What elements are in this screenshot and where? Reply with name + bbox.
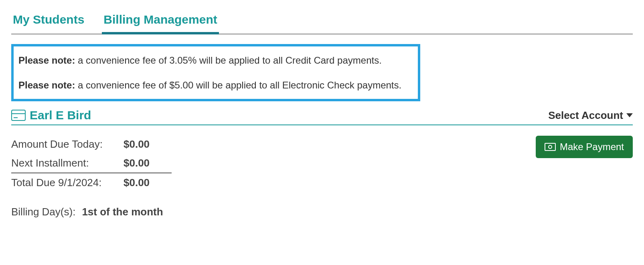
summary-table: Amount Due Today: $0.00 Next Installment… xyxy=(11,135,172,192)
notice-text: a convenience fee of 3.05% will be appli… xyxy=(75,55,381,66)
tab-my-students[interactable]: My Students xyxy=(11,8,86,34)
make-payment-button[interactable]: Make Payment xyxy=(536,136,633,158)
notice-prefix: Please note: xyxy=(18,55,75,66)
next-installment-row: Next Installment: $0.00 xyxy=(11,154,172,173)
tab-billing-management[interactable]: Billing Management xyxy=(102,8,219,34)
amount-due-today-label: Amount Due Today: xyxy=(11,138,124,151)
billing-days-row: Billing Day(s): 1st of the month xyxy=(11,206,172,218)
total-due-value: $0.00 xyxy=(124,177,150,189)
fee-notice-box: Please note: a convenience fee of 3.05% … xyxy=(11,44,420,101)
fee-notice-credit-card: Please note: a convenience fee of 3.05% … xyxy=(18,54,413,67)
svg-rect-3 xyxy=(545,143,555,151)
notice-prefix: Please note: xyxy=(18,80,75,90)
select-account-label: Select Account xyxy=(548,109,623,122)
account-header: Earl E Bird Select Account xyxy=(11,108,633,125)
select-account-dropdown[interactable]: Select Account xyxy=(548,109,633,122)
next-installment-label: Next Installment: xyxy=(11,157,124,169)
summary-section: Amount Due Today: $0.00 Next Installment… xyxy=(11,135,172,218)
credit-card-icon xyxy=(11,110,26,121)
account-name: Earl E Bird xyxy=(30,108,91,122)
svg-rect-0 xyxy=(12,110,25,120)
account-name-wrap: Earl E Bird xyxy=(11,108,91,122)
content-row: Amount Due Today: $0.00 Next Installment… xyxy=(11,135,633,218)
amount-due-today-row: Amount Due Today: $0.00 xyxy=(11,135,172,154)
tabs-bar: My Students Billing Management xyxy=(11,8,633,34)
billing-days-value: 1st of the month xyxy=(82,206,163,218)
next-installment-value: $0.00 xyxy=(124,157,150,169)
svg-point-4 xyxy=(549,145,552,149)
money-bill-icon xyxy=(545,143,556,151)
make-payment-label: Make Payment xyxy=(560,141,624,153)
amount-due-today-value: $0.00 xyxy=(124,138,150,151)
billing-days-label: Billing Day(s): xyxy=(11,206,75,218)
notice-text: a convenience fee of $5.00 will be appli… xyxy=(75,80,401,90)
caret-down-icon xyxy=(626,113,633,117)
total-due-label: Total Due 9/1/2024: xyxy=(11,177,124,189)
fee-notice-electronic-check: Please note: a convenience fee of $5.00 … xyxy=(18,78,413,92)
total-due-row: Total Due 9/1/2024: $0.00 xyxy=(11,173,172,192)
